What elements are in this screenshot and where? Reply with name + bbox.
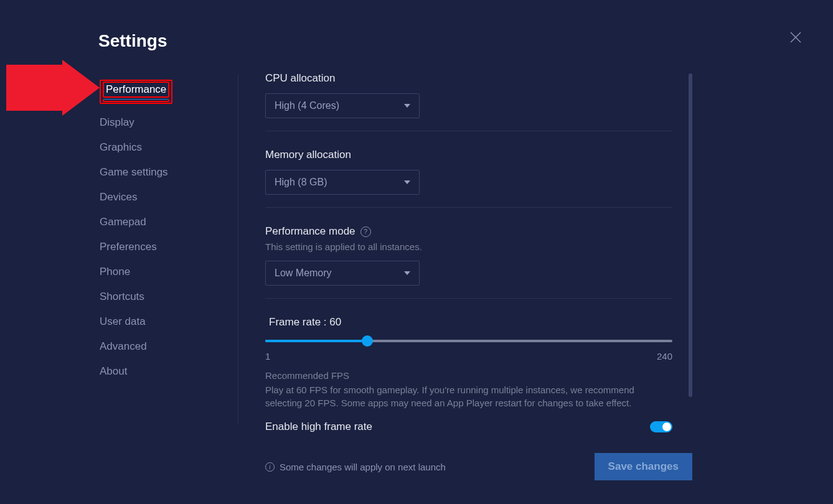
sidebar-item-label: Performance <box>103 82 169 98</box>
sidebar-item-user-data[interactable]: User data <box>100 310 230 333</box>
toggle-knob <box>662 422 671 431</box>
performance-mode-value: Low Memory <box>275 268 332 279</box>
close-icon <box>788 30 803 45</box>
sidebar-item-label: User data <box>100 315 146 327</box>
recommended-fps-text: Play at 60 FPS for smooth gameplay. If y… <box>265 383 672 409</box>
performance-mode-label: Performance mode ? <box>265 225 672 238</box>
slider-fill <box>265 340 367 342</box>
recommended-fps-title: Recommended FPS <box>265 370 672 381</box>
sidebar-item-label: Display <box>100 116 134 128</box>
sidebar-item-phone[interactable]: Phone <box>100 261 230 283</box>
sidebar-item-display[interactable]: Display <box>100 111 230 134</box>
high-frame-rate-toggle[interactable] <box>650 421 672 432</box>
section-divider <box>265 131 672 131</box>
sidebar-item-label: Devices <box>100 191 137 203</box>
sidebar-item-game-settings[interactable]: Game settings <box>100 161 230 184</box>
section-divider <box>265 298 672 299</box>
chevron-down-icon <box>404 271 410 275</box>
memory-allocation-label: Memory allocation <box>265 149 672 161</box>
sidebar-item-preferences[interactable]: Preferences <box>100 236 230 258</box>
svg-marker-0 <box>6 60 100 116</box>
performance-mode-sublabel: This setting is applied to all instances… <box>265 241 672 252</box>
performance-mode-select[interactable]: Low Memory <box>265 261 420 286</box>
slider-max: 240 <box>657 351 672 362</box>
section-divider <box>265 207 672 208</box>
sidebar-item-graphics[interactable]: Graphics <box>100 136 230 159</box>
sidebar-item-advanced[interactable]: Advanced <box>100 335 230 358</box>
content-panel: CPU allocation High (4 Cores) Memory all… <box>265 72 672 446</box>
sidebar-item-label: Gamepad <box>100 216 146 228</box>
sidebar-item-label: Advanced <box>100 340 147 352</box>
info-icon: i <box>265 462 275 472</box>
frame-rate-slider[interactable] <box>265 335 672 347</box>
frame-rate-section: Frame rate : 60 1 240 Recommended FPS Pl… <box>265 316 672 433</box>
sidebar-item-label: Shortcuts <box>100 291 144 302</box>
cpu-allocation-section: CPU allocation High (4 Cores) <box>265 72 672 131</box>
close-button[interactable] <box>788 30 803 45</box>
chevron-down-icon <box>404 180 410 184</box>
cpu-allocation-label: CPU allocation <box>265 72 672 85</box>
sidebar: Performance Display Graphics Game settin… <box>100 75 230 385</box>
content-scrollbar[interactable] <box>689 73 692 397</box>
annotation-arrow <box>6 60 100 116</box>
frame-rate-label: Frame rate : 60 <box>265 316 672 329</box>
page-title: Settings <box>98 31 167 51</box>
cpu-allocation-select[interactable]: High (4 Cores) <box>265 93 420 118</box>
sidebar-item-label: Preferences <box>100 241 157 253</box>
slider-thumb[interactable] <box>362 335 373 347</box>
sidebar-item-label: About <box>100 365 127 377</box>
vertical-divider <box>238 75 238 423</box>
sidebar-item-performance[interactable]: Performance <box>100 75 230 109</box>
slider-min: 1 <box>265 351 270 362</box>
sidebar-item-label: Phone <box>100 266 130 278</box>
chevron-down-icon <box>404 104 410 108</box>
cpu-allocation-value: High (4 Cores) <box>275 100 339 111</box>
sidebar-item-label: Graphics <box>100 141 142 153</box>
frame-rate-value: 60 <box>329 316 341 328</box>
memory-allocation-section: Memory allocation High (8 GB) <box>265 149 672 208</box>
slider-range: 1 240 <box>265 351 672 362</box>
high-frame-rate-label: Enable high frame rate <box>265 421 372 433</box>
sidebar-item-devices[interactable]: Devices <box>100 186 230 208</box>
footer-note: i Some changes will apply on next launch <box>265 462 446 472</box>
sidebar-item-about[interactable]: About <box>100 360 230 383</box>
save-changes-button[interactable]: Save changes <box>595 453 692 480</box>
settings-header: Settings <box>98 31 167 51</box>
sidebar-item-label: Game settings <box>100 166 168 178</box>
memory-allocation-select[interactable]: High (8 GB) <box>265 170 420 195</box>
footer: i Some changes will apply on next launch… <box>265 453 692 480</box>
help-icon[interactable]: ? <box>360 226 371 237</box>
performance-mode-section: Performance mode ? This setting is appli… <box>265 225 672 299</box>
sidebar-item-gamepad[interactable]: Gamepad <box>100 211 230 233</box>
high-frame-rate-row: Enable high frame rate <box>265 421 672 433</box>
sidebar-item-shortcuts[interactable]: Shortcuts <box>100 286 230 308</box>
memory-allocation-value: High (8 GB) <box>275 177 327 188</box>
